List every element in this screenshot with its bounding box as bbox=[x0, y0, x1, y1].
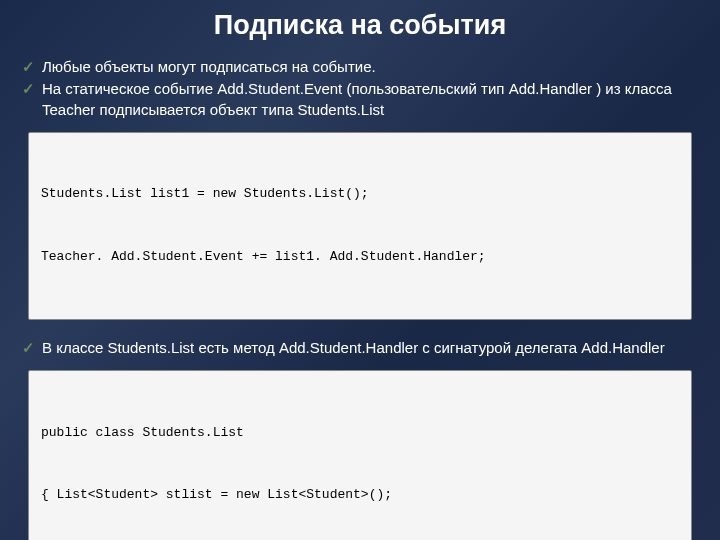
code-block-2: public class Students.List { List<Studen… bbox=[28, 370, 692, 540]
code-line: Students.List list1 = new Students.List(… bbox=[41, 184, 679, 205]
code-line: public class Students.List bbox=[41, 423, 679, 444]
bullet-item: В классе Students.List есть метод Add.St… bbox=[20, 338, 700, 358]
code-block-1: Students.List list1 = new Students.List(… bbox=[28, 132, 692, 320]
slide-title: Подписка на события bbox=[20, 10, 700, 41]
bullet-list-2: В классе Students.List есть метод Add.St… bbox=[20, 338, 700, 358]
bullet-item: На статическое событие Add.Student.Event… bbox=[20, 79, 700, 120]
bullet-item: Любые объекты могут подписаться на событ… bbox=[20, 57, 700, 77]
code-line: Teacher. Add.Student.Event += list1. Add… bbox=[41, 247, 679, 268]
bullet-list-1: Любые объекты могут подписаться на событ… bbox=[20, 57, 700, 120]
code-line: { List<Student> stlist = new List<Studen… bbox=[41, 485, 679, 506]
